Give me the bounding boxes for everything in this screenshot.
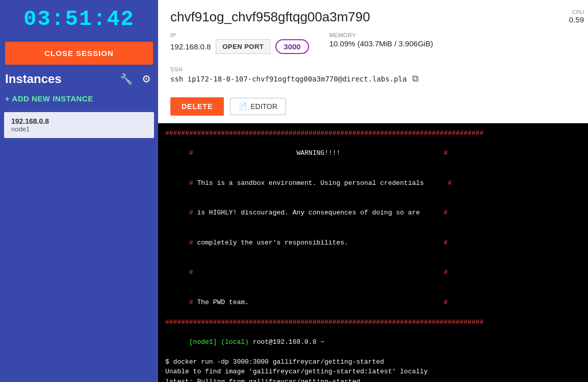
ssh-label: SSH	[170, 66, 576, 72]
terminal-line-border1: ########################################…	[165, 128, 581, 139]
open-port-button[interactable]: OPEN PORT	[216, 39, 270, 54]
instance-ip: 192.168.0.8	[11, 117, 147, 125]
cpu-label: CPU	[569, 9, 584, 15]
ssh-command: ssh ip172-18-0-107-chvf91ogftqg00a3m770@…	[170, 75, 407, 83]
terminal-line-warning: # WARNING!!!! #	[165, 139, 581, 169]
instance-info: chvf91og_chvf958gftqg00a3m790 CPU 0.59 I…	[158, 0, 588, 90]
ssh-row: ssh ip172-18-0-107-chvf91ogftqg00a3m770@…	[170, 73, 576, 84]
cpu-info: CPU 0.59	[569, 9, 588, 24]
terminal-line-completely: # completely the user's responsibilites.…	[165, 228, 581, 258]
terminal-line-pwd: # The PWD team. #	[165, 287, 581, 317]
add-new-instance-button[interactable]: + ADD NEW INSTANCE	[0, 91, 158, 110]
memory-label: Memory	[329, 32, 433, 38]
terminal-line-highly: # is HIGHLY! discouraged. Any consequenc…	[165, 198, 581, 228]
instance-title: chvf91og_chvf958gftqg00a3m790	[170, 9, 576, 25]
info-top-row: IP 192.168.0.8 OPEN PORT 3000 Memory 10.…	[170, 32, 576, 62]
instance-item[interactable]: 192.168.0.8 node1	[4, 112, 154, 138]
terminal-line-unable: Unable to find image 'gallifreycar/getti…	[165, 367, 581, 377]
editor-icon: 📄	[239, 102, 247, 111]
port-number-button[interactable]: 3000	[275, 39, 309, 54]
instances-label: Instances	[5, 72, 113, 86]
ip-section: IP 192.168.0.8 OPEN PORT 3000	[170, 32, 309, 56]
instance-list: 192.168.0.8 node1	[0, 110, 158, 140]
editor-label: EDITOR	[250, 102, 277, 111]
ip-value: 192.168.0.8	[170, 42, 211, 51]
ip-label: IP	[170, 32, 309, 38]
terminal-line-blank: # #	[165, 258, 581, 288]
arrows-decoration	[311, 0, 566, 10]
gear-icon-button[interactable]: ⚙	[140, 72, 153, 86]
terminal-line-docker-cmd: $ docker run -dp 3000:3000 gallifreycar/…	[165, 357, 581, 367]
ssh-section: SSH ssh ip172-18-0-107-chvf91ogftqg00a3m…	[170, 66, 576, 84]
close-session-button[interactable]: CLOSE SESSION	[5, 42, 153, 65]
action-buttons: DELETE 📄 EDITOR	[158, 90, 588, 123]
memory-section: Memory 10.09% (403.7MiB / 3.906GiB)	[329, 32, 433, 56]
instances-header: Instances 🔧 ⚙	[0, 65, 158, 91]
copy-icon-button[interactable]: ⧉	[411, 73, 420, 84]
delete-button[interactable]: DELETE	[170, 97, 224, 116]
ip-port-row: 192.168.0.8 OPEN PORT 3000	[170, 39, 309, 54]
instance-name: node1	[11, 125, 147, 133]
terminal-line-pulling: latest: Pulling from gallifreycar/gettin…	[165, 377, 581, 383]
main-content: chvf91og_chvf958gftqg00a3m790 CPU 0.59 I…	[158, 0, 588, 382]
memory-value: 10.09% (403.7MiB / 3.906GiB)	[329, 39, 433, 48]
clock-display: 03:51:42	[0, 7, 158, 32]
clock-area: 03:51:42	[0, 0, 158, 37]
terminal-line-prompt1: [node1] (local) root@192.168.0.8 ~	[165, 327, 581, 357]
editor-button[interactable]: 📄 EDITOR	[230, 98, 286, 115]
cpu-value: 0.59	[569, 15, 584, 24]
wrench-icon-button[interactable]: 🔧	[118, 72, 135, 86]
sidebar: 03:51:42 CLOSE SESSION Instances 🔧 ⚙ + A…	[0, 0, 158, 382]
terminal-line-border2: ########################################…	[165, 317, 581, 328]
terminal-line-sandbox: # This is a sandbox environment. Using p…	[165, 168, 581, 198]
terminal[interactable]: ########################################…	[158, 123, 588, 382]
